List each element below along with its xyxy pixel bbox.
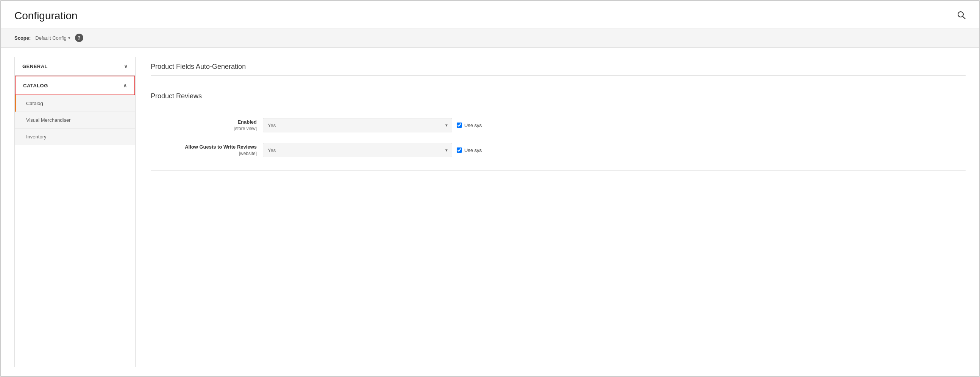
nav-section-catalog: CATALOG ∧ Catalog Visual Merchandiser In… <box>15 76 135 145</box>
sidebar-item-catalog[interactable]: Catalog <box>15 95 135 112</box>
allow-guests-select[interactable]: Yes <box>263 143 452 157</box>
page-wrapper: Configuration Scope: Default Config ▾ ? … <box>0 0 980 377</box>
allow-guests-use-sys-label: Use sys <box>464 147 482 153</box>
nav-section-label-catalog: CATALOG <box>23 83 48 89</box>
form-row-allow-guests: Allow Guests to Write Reviews [website] … <box>151 138 966 163</box>
sidebar-item-visual-merchandiser[interactable]: Visual Merchandiser <box>15 112 135 128</box>
enabled-use-sys-label: Use sys <box>464 122 482 128</box>
page-title: Configuration <box>14 10 78 22</box>
scope-value: Default Config <box>35 35 66 41</box>
content-panel: Product Fields Auto-Generation Product R… <box>135 57 966 367</box>
nav-section-general: GENERAL ∨ <box>15 57 135 76</box>
nav-section-header-catalog[interactable]: CATALOG ∧ <box>15 76 135 95</box>
enabled-select[interactable]: Yes <box>263 118 452 132</box>
page-header: Configuration <box>1 1 979 28</box>
allow-guests-use-sys-checkbox[interactable] <box>457 147 462 153</box>
nav-section-label-general: GENERAL <box>22 63 48 69</box>
main-content: GENERAL ∨ CATALOG ∧ Catalog Visual Merch… <box>1 48 979 376</box>
enabled-select-wrapper: Yes <box>263 118 452 132</box>
sidebar-nav: GENERAL ∨ CATALOG ∧ Catalog Visual Merch… <box>14 57 135 367</box>
allow-guests-select-wrapper: Yes <box>263 143 452 157</box>
section-title-product-reviews: Product Reviews <box>151 86 966 105</box>
sidebar-item-catalog-label: Catalog <box>26 101 43 106</box>
general-chevron: ∨ <box>124 63 128 69</box>
enabled-label: Enabled [store view] <box>151 119 257 132</box>
form-row-enabled: Enabled [store view] Yes Use sys <box>151 113 966 138</box>
help-icon[interactable]: ? <box>75 34 83 42</box>
svg-line-1 <box>963 16 966 19</box>
product-reviews-form: Enabled [store view] Yes Use sys <box>151 105 966 171</box>
catalog-chevron: ∧ <box>123 82 127 89</box>
scope-bar: Scope: Default Config ▾ ? <box>1 28 979 48</box>
search-button[interactable] <box>957 11 966 21</box>
allow-guests-label: Allow Guests to Write Reviews [website] <box>151 144 257 157</box>
allow-guests-sub-label: [website] <box>151 150 257 157</box>
search-icon <box>957 11 966 19</box>
allow-guests-control-wrapper: Yes Use sys <box>263 143 966 157</box>
enabled-sub-label: [store view] <box>151 125 257 132</box>
nav-section-content-catalog: Catalog Visual Merchandiser Inventory <box>15 95 135 145</box>
scope-dropdown-arrow: ▾ <box>68 36 70 40</box>
enabled-use-sys[interactable]: Use sys <box>457 122 482 128</box>
enabled-use-sys-checkbox[interactable] <box>457 122 462 128</box>
sidebar-item-inventory-label: Inventory <box>26 134 46 139</box>
enabled-control-wrapper: Yes Use sys <box>263 118 966 132</box>
nav-section-header-general[interactable]: GENERAL ∨ <box>15 57 135 75</box>
sidebar-item-visual-merchandiser-label: Visual Merchandiser <box>26 117 71 123</box>
allow-guests-use-sys[interactable]: Use sys <box>457 147 482 153</box>
section-title-product-fields: Product Fields Auto-Generation <box>151 57 966 76</box>
scope-select[interactable]: Default Config ▾ <box>35 35 70 41</box>
sidebar-item-inventory[interactable]: Inventory <box>15 128 135 145</box>
scope-label: Scope: <box>14 35 31 41</box>
